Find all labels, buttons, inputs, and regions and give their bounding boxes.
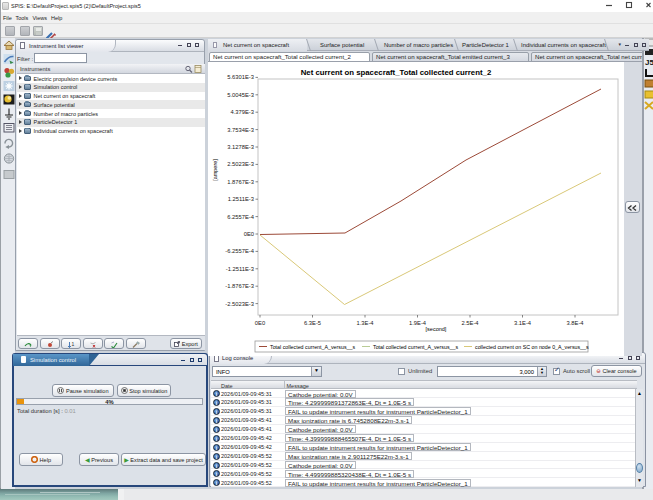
svg-text:5.0045E-3: 5.0045E-3 [227, 92, 254, 98]
svg-text:5.6301E-3: 5.6301E-3 [227, 74, 254, 80]
svg-text:Total collected current_A_vers: Total collected current_A_versus__s [373, 344, 458, 350]
svg-text:0E0: 0E0 [244, 231, 254, 237]
svg-text:-1.2511E-3: -1.2511E-3 [226, 266, 254, 272]
svg-text:1.8767E-3: 1.8767E-3 [227, 179, 254, 185]
svg-text:3.1E-4: 3.1E-4 [514, 320, 532, 326]
svg-text:0E0: 0E0 [255, 320, 265, 326]
svg-text:3.8E-4: 3.8E-4 [566, 320, 584, 326]
svg-text:3.7534E-3: 3.7534E-3 [227, 127, 254, 133]
svg-text:J5: J5 [645, 58, 653, 67]
svg-text:6.3E-5: 6.3E-5 [304, 320, 321, 326]
svg-text:-6.2557E-4: -6.2557E-4 [225, 248, 254, 254]
svg-text:-1.8767E-3: -1.8767E-3 [225, 283, 254, 289]
svg-text:collected current on SC on nod: collected current on SC on node 0_A_vers… [475, 344, 589, 350]
svg-text:2.5023E-3: 2.5023E-3 [227, 161, 254, 167]
svg-text:4.379E-3: 4.379E-3 [230, 109, 254, 115]
svg-text:Total collected current_A_vers: Total collected current_A_versus__s [270, 344, 355, 350]
svg-text:3.1278E-3: 3.1278E-3 [227, 144, 254, 150]
svg-text:Net current on spacecraft_Tota: Net current on spacecraft_Total collecte… [301, 68, 492, 77]
svg-text:[second]: [second] [426, 326, 447, 332]
svg-text:1: 1 [72, 341, 75, 347]
svg-text:-2.5023E-3: -2.5023E-3 [225, 301, 254, 307]
svg-text:1.3E-4: 1.3E-4 [356, 320, 374, 326]
svg-text:2.5E-4: 2.5E-4 [461, 320, 479, 326]
svg-text:6.2557E-4: 6.2557E-4 [227, 214, 255, 220]
svg-text:1.9E-4: 1.9E-4 [409, 320, 427, 326]
svg-text:1.2511E-3: 1.2511E-3 [228, 196, 254, 202]
svg-text:[ampere]: [ampere] [212, 159, 218, 181]
